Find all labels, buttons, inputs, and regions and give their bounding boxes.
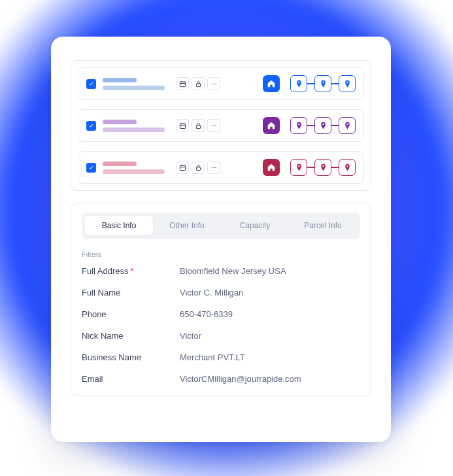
field-value: Victor <box>180 331 201 341</box>
tab-capacity[interactable]: Capacity <box>221 216 289 235</box>
svg-rect-20 <box>196 167 200 170</box>
required-asterisk: * <box>131 266 134 276</box>
field-value: VictorCMilligan@jourrapide.com <box>180 374 301 384</box>
more-icon[interactable] <box>207 119 220 132</box>
svg-rect-8 <box>180 124 185 129</box>
stop-icon[interactable] <box>290 75 307 92</box>
stop-icon[interactable] <box>290 117 307 134</box>
field-value: Victor C. Milligan <box>180 288 243 298</box>
svg-point-21 <box>211 167 212 168</box>
field-label: Business Name <box>82 352 180 362</box>
field-label: Email <box>82 374 180 384</box>
more-icon[interactable] <box>207 161 220 174</box>
route-list <box>71 60 371 191</box>
stop-icon[interactable] <box>314 117 331 134</box>
stops-group <box>290 117 356 134</box>
stop-icon[interactable] <box>339 117 356 134</box>
stop-icon[interactable] <box>339 75 356 92</box>
filters-heading: Filters <box>82 250 360 258</box>
field-value: Merchant PVT.LT <box>180 352 244 362</box>
svg-point-15 <box>215 125 216 126</box>
checkbox-icon[interactable] <box>86 163 96 173</box>
tab-parcel-info[interactable]: Parcel Info <box>289 216 357 235</box>
route-label-placeholder <box>103 160 168 175</box>
route-actions <box>176 161 220 174</box>
lock-icon[interactable] <box>192 77 205 90</box>
calendar-icon[interactable] <box>176 161 189 174</box>
field-full-name: Full Name Victor C. Milligan <box>82 288 360 298</box>
calendar-icon[interactable] <box>176 119 189 132</box>
svg-rect-16 <box>180 165 185 171</box>
svg-point-13 <box>211 125 212 126</box>
stop-icon[interactable] <box>314 159 331 176</box>
svg-rect-12 <box>196 125 200 128</box>
field-label: Full Address* <box>82 266 180 276</box>
stop-icon[interactable] <box>314 75 331 92</box>
route-actions <box>176 77 220 90</box>
stop-icon[interactable] <box>290 159 307 176</box>
lock-icon[interactable] <box>192 161 205 174</box>
info-tabs: Basic Info Other Info Capacity Parcel In… <box>82 212 360 239</box>
field-business-name: Business Name Merchant PVT.LT <box>82 352 360 362</box>
field-label: Phone <box>82 309 180 319</box>
field-value: Bloomfield New Jersey USA <box>180 266 286 276</box>
svg-point-6 <box>213 83 214 84</box>
calendar-icon[interactable] <box>176 77 189 90</box>
home-icon[interactable] <box>263 75 280 92</box>
stops-group <box>290 75 356 92</box>
route-row[interactable] <box>78 109 364 142</box>
route-label-placeholder <box>103 118 168 133</box>
field-nick-name: Nick Name Victor <box>82 331 360 341</box>
field-full-address: Full Address* Bloomfield New Jersey USA <box>82 266 360 276</box>
svg-point-5 <box>211 83 212 84</box>
route-actions <box>176 119 220 132</box>
tab-other-info[interactable]: Other Info <box>153 216 221 235</box>
field-label: Nick Name <box>82 331 180 341</box>
main-card: Basic Info Other Info Capacity Parcel In… <box>51 37 391 442</box>
field-email: Email VictorCMilligan@jourrapide.com <box>82 374 360 384</box>
route-label-placeholder <box>103 76 168 92</box>
stop-icon[interactable] <box>339 159 356 176</box>
tab-basic-info[interactable]: Basic Info <box>85 216 153 235</box>
home-icon[interactable] <box>263 117 280 134</box>
lock-icon[interactable] <box>192 119 205 132</box>
field-label: Full Name <box>82 288 180 298</box>
svg-point-14 <box>213 125 214 126</box>
field-phone: Phone 650-470-6339 <box>82 309 360 319</box>
svg-rect-4 <box>196 83 200 86</box>
svg-point-23 <box>215 167 216 168</box>
checkbox-icon[interactable] <box>86 79 96 89</box>
route-row[interactable] <box>78 67 364 100</box>
stops-group <box>290 159 356 176</box>
field-value: 650-470-6339 <box>180 309 233 319</box>
svg-point-22 <box>213 167 214 168</box>
route-row[interactable] <box>78 151 364 184</box>
detail-panel: Basic Info Other Info Capacity Parcel In… <box>71 203 371 396</box>
checkbox-icon[interactable] <box>86 121 96 131</box>
svg-rect-0 <box>180 82 185 87</box>
svg-point-7 <box>215 83 216 84</box>
home-icon[interactable] <box>263 159 280 176</box>
more-icon[interactable] <box>207 77 220 90</box>
